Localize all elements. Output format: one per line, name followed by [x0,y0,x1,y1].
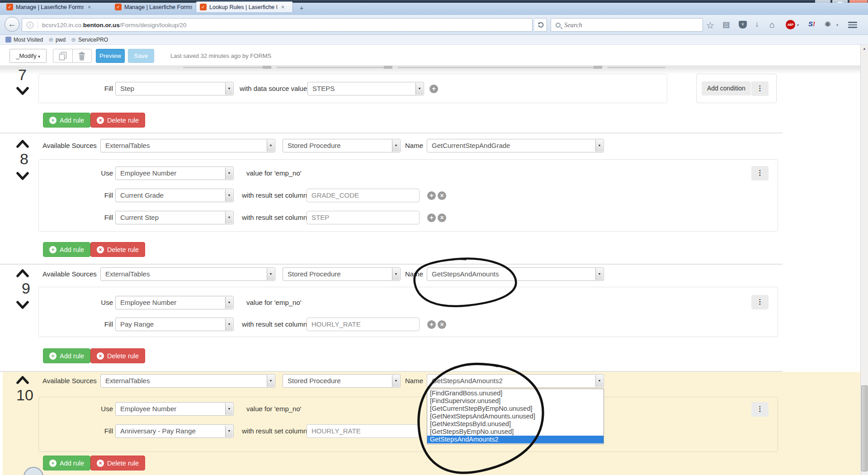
extension-caret-icon[interactable]: ▾ [836,23,838,27]
rule-9-fill-field-select[interactable]: Pay Range▼ [115,318,234,331]
back-button[interactable]: ← [5,17,19,32]
rule-7-data-source-value-select[interactable]: STEPS▼ [307,82,424,95]
add-rule-button[interactable]: +Add rule [43,348,90,363]
with-result-set-column-label: with result set column [242,189,307,202]
tab-manage-1[interactable]: ✓ Manage | Laserfiche Forms × [3,2,96,12]
select-arrow-icon: ▼ [225,190,233,201]
modify-dropdown-button[interactable]: _Modify ▾ [9,49,47,63]
pocket-icon[interactable]: ∨ [739,21,747,28]
name-label: Name [405,267,423,281]
use-label: Use [95,296,113,309]
delete-button[interactable] [72,49,92,62]
add-rule-button[interactable]: +Add rule [43,242,90,257]
reload-button[interactable] [534,18,547,32]
search-bar[interactable] [551,18,703,32]
rule-9-use-field-select[interactable]: Employee Number▼ [115,296,234,309]
tab-manage-2[interactable]: ✓ Manage | Laserfiche Forms × [111,2,205,12]
preview-button[interactable]: Preview [96,49,125,63]
dropdown-option[interactable]: [GetStepsByEmpNo.unused] [427,428,604,436]
bookmark-star-icon[interactable]: ☆ [706,20,714,31]
bookmark-pwd[interactable]: ⊕pwd [48,37,66,43]
rule-10-use-field-select[interactable]: Employee Number▼ [115,402,234,416]
rule-9-source-select[interactable]: ExternalTables▼ [100,267,275,281]
rule-8-source-type-select[interactable]: Stored Procedure▼ [283,139,401,152]
rule-9-procedure-name-select[interactable]: GetStepsAndAmounts▼ [427,267,604,281]
home-icon[interactable]: ⌂ [769,20,774,30]
add-fill-row-icon[interactable]: + [427,191,436,200]
rule-8-source-select[interactable]: ExternalTables▼ [100,139,275,152]
rule-10-move-up-icon[interactable] [15,375,30,385]
adblock-caret-icon[interactable]: ▾ [797,23,799,27]
dropdown-option[interactable]: [GetNextStepsById.unused] [427,420,604,428]
add-condition-button[interactable]: Add condition [702,81,751,95]
site-info-icon[interactable]: i [27,22,33,28]
rule-10-source-select[interactable]: ExternalTables▼ [100,374,275,388]
copy-button[interactable] [53,49,72,62]
dropdown-option[interactable]: [GetCurrentStepByEmpNo.unused] [427,405,604,413]
remove-fill-row-icon[interactable]: × [438,320,446,329]
adblock-plus-icon[interactable]: ABP [786,20,795,29]
save-button-disabled[interactable]: Save [128,49,154,63]
bookmark-most-visited[interactable]: Most Visited [5,37,43,43]
dropdown-option[interactable]: [GetNextStepsAndAmounts.unused] [427,413,604,420]
delete-rule-button[interactable]: ×Delete rule [90,113,145,128]
remove-fill-row-icon[interactable]: × [438,191,446,200]
remove-fill-row-icon[interactable]: × [438,214,446,222]
add-rule-button[interactable]: +Add rule [43,456,90,470]
dropdown-option[interactable]: [FindSupervisor.unused] [427,397,604,405]
rule-9-result-column-input[interactable]: HOURLY_RATE [307,318,420,331]
rule-8-result-column-input-1[interactable]: GRADE_CODE [307,189,420,202]
tab-close-icon[interactable]: × [281,5,284,10]
rule-7-options-kebab-button[interactable]: ⋮ [751,81,769,96]
rule-10-result-column-input[interactable]: HOURLY_RATE [307,424,420,438]
new-tab-button[interactable]: + [296,5,307,13]
rule-7-fill-field-select[interactable]: Step▼ [115,82,234,95]
delete-rule-button[interactable]: ×Delete rule [90,456,145,470]
bookmarks-menu-icon[interactable]: ▤ [722,20,730,29]
rule-10-fill-field-select[interactable]: Anniversary - Pay Range▼ [115,424,234,438]
scroll-up-icon[interactable]: ▲ [861,45,868,52]
fill-label: Fill [97,211,113,224]
add-fill-row-icon[interactable]: + [427,320,436,329]
menu-hamburger-icon[interactable] [848,22,857,29]
extension-fly-icon[interactable] [825,21,831,27]
add-rule-button[interactable]: +Add rule [43,113,90,128]
globe-icon: ⊕ [71,37,76,43]
search-input[interactable] [564,21,703,29]
scrollbar-thumb[interactable] [861,385,868,471]
add-fill-row-icon[interactable]: + [429,85,438,93]
dropdown-option[interactable]: [FindGrandBoss.unused] [427,390,604,397]
dropdown-option-selected[interactable]: GetStepsAndAmounts2 [427,436,604,443]
delete-rule-button[interactable]: ×Delete rule [90,348,145,363]
available-sources-label: Available Sources [42,267,97,281]
rule-8-fill-field-select-2[interactable]: Current Step▼ [115,211,234,224]
rule-8-move-down-icon[interactable] [15,171,30,180]
add-fill-row-icon[interactable]: + [427,214,436,222]
rule-10-options-kebab-button[interactable]: ⋮ [751,402,769,417]
rule-10-source-type-select[interactable]: Stored Procedure▼ [283,374,401,388]
servicepro-extension-icon[interactable]: S! [808,20,815,28]
last-saved-status: Last saved 32 minutes ago by FORMS [170,49,271,63]
bookmark-servicepro[interactable]: ⊕ServicePRO [71,37,108,43]
rule-8-fill-field-select-1[interactable]: Current Grade▼ [115,189,234,202]
rule-7-move-down-icon[interactable] [15,86,30,95]
rule-8-options-kebab-button[interactable]: ⋮ [751,166,769,180]
tab-lookup-rules-active[interactable]: ✓ Lookup Rules | Laserfiche F... × [196,1,293,12]
rule-8-procedure-name-select[interactable]: GetCurrentStepAndGrade▼ [427,139,604,152]
rule-8-result-column-input-2[interactable]: STEP [307,211,420,224]
rule-9-move-down-icon[interactable] [15,300,30,309]
procedure-name-dropdown-list: [FindGrandBoss.unused] [FindSupervisor.u… [427,389,604,444]
rule-9-source-type-select[interactable]: Stored Procedure▼ [283,267,401,281]
downloads-icon[interactable]: ↓ [755,20,759,29]
rule-8-move-up-icon[interactable] [15,139,30,148]
url-bar[interactable]: i bcsrv120.in.co.benton.or.us/Forms/desi… [22,18,533,32]
delete-rule-button[interactable]: ×Delete rule [90,242,145,257]
tab-close-icon[interactable]: × [88,5,91,10]
rule-10-procedure-name-select-open[interactable]: GetStepsAndAmounts2▼ [427,374,604,388]
rule-9-move-up-icon[interactable] [15,269,30,278]
cutoff-dropdown-fragment [398,66,602,68]
page-scrollbar[interactable]: ▲ [860,45,868,475]
rule-9-options-kebab-button[interactable]: ⋮ [751,295,769,309]
rule-8-use-field-select[interactable]: Employee Number▼ [115,166,234,180]
search-icon [556,23,561,28]
